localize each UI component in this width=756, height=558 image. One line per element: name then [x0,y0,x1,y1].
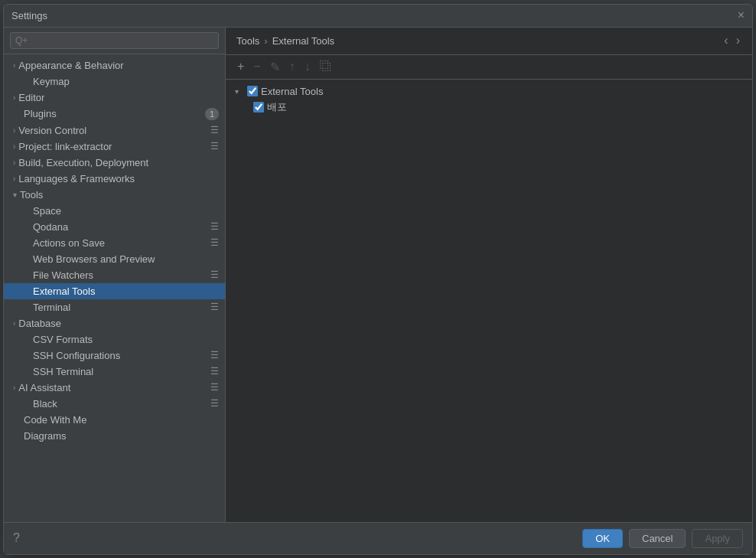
chevron-icon: › [13,142,15,151]
close-button[interactable]: × [738,9,745,21]
sidebar-item-web-browsers[interactable]: Web Browsers and Preview [4,251,225,267]
sidebar-item-label-editor: Editor [18,92,219,103]
ok-button[interactable]: OK [582,529,623,548]
sidebar-item-version-control[interactable]: ›Version Control☰ [4,122,225,139]
chevron-icon: › [13,319,15,328]
breadcrumb-forward-button[interactable]: › [735,34,741,47]
apply-button[interactable]: Apply [692,529,743,548]
sidebar-item-project[interactable]: ›Project: link-extractor☰ [4,139,225,155]
settings-icon: ☰ [210,350,219,361]
tree-child-checkbox[interactable] [253,102,264,113]
copy-button[interactable]: ⿻ [316,58,336,75]
nav-tree: ›Appearance & BehaviorKeymap›EditorPlugi… [4,54,225,522]
tree-child-label: 배포 [267,100,287,114]
sidebar-item-ssh-configurations[interactable]: SSH Configurations☰ [4,348,225,364]
toolbar: + − ✎ ↑ ↓ ⿻ [226,55,752,80]
chevron-icon: › [13,175,15,183]
sidebar-item-code-with-me[interactable]: Code With Me [4,412,225,428]
nav-badge: 1 [205,108,219,120]
sidebar-item-keymap[interactable]: Keymap [4,73,225,90]
help-button[interactable]: ? [13,531,20,545]
sidebar-item-label-build: Build, Execution, Deployment [18,157,219,168]
breadcrumb-separator: › [264,35,267,47]
breadcrumb-root: Tools [236,35,259,47]
sidebar-item-space[interactable]: Space [4,203,225,219]
sidebar-item-languages[interactable]: ›Languages & Frameworks [4,171,225,187]
settings-icon: ☰ [210,125,219,135]
tree-chevron-icon: ▾ [235,87,244,96]
sidebar-item-csv-formats[interactable]: CSV Formats [4,331,225,348]
settings-icon: ☰ [210,366,219,377]
sidebar-item-ai-assistant[interactable]: ›AI Assistant☰ [4,380,225,396]
sidebar-item-external-tools[interactable]: External Tools [4,283,225,299]
sidebar-item-label-file-watchers: File Watchers [33,269,210,281]
breadcrumb-nav: ‹ › [722,34,741,47]
footer-buttons: OK Cancel Apply [582,529,743,548]
tree-root-label: External Tools [261,86,323,97]
sidebar-item-file-watchers[interactable]: File Watchers☰ [4,267,225,283]
settings-icon: ☰ [210,237,219,248]
settings-dialog: Settings × ›Appearance & BehaviorKeymap›… [3,4,753,555]
chevron-icon: › [13,158,15,167]
settings-icon: ☰ [210,141,219,152]
sidebar-item-label-database: Database [18,318,219,329]
sidebar-item-label-external-tools: External Tools [33,286,219,297]
settings-icon: ☰ [210,269,219,280]
sidebar-item-label-diagrams: Diagrams [24,430,219,442]
add-button[interactable]: + [233,58,248,75]
remove-button[interactable]: − [249,58,264,75]
sidebar-item-qodana[interactable]: Qodana☰ [4,219,225,235]
sidebar-item-ssh-terminal[interactable]: SSH Terminal☰ [4,364,225,380]
chevron-icon: › [13,126,15,135]
tree-root-checkbox[interactable] [247,86,258,96]
tree-area: ▾ External Tools 배포 [226,80,752,522]
breadcrumb: Tools › External Tools ‹ › [226,28,752,55]
sidebar-item-label-black: Black [33,398,210,410]
sidebar-item-label-terminal: Terminal [33,302,210,313]
sidebar-item-label-web-browsers: Web Browsers and Preview [33,253,219,265]
sidebar-item-tools[interactable]: ▾Tools [4,187,225,203]
sidebar-item-label-qodana: Qodana [33,221,210,233]
sidebar-item-label-ssh-terminal: SSH Terminal [33,366,210,377]
sidebar-item-editor[interactable]: ›Editor [4,90,225,106]
sidebar-item-terminal[interactable]: Terminal☰ [4,299,225,315]
search-input[interactable] [10,32,219,49]
chevron-icon: ▾ [13,191,17,199]
sidebar-item-label-keymap: Keymap [33,76,219,87]
sidebar-item-database[interactable]: ›Database [4,315,225,331]
breadcrumb-back-button[interactable]: ‹ [722,34,729,47]
sidebar-item-plugins[interactable]: Plugins1 [4,106,225,122]
tree-root-row[interactable]: ▾ External Tools [232,84,746,99]
sidebar-item-build[interactable]: ›Build, Execution, Deployment [4,155,225,171]
sidebar-item-label-tools: Tools [20,189,219,201]
title-bar: Settings × [4,5,752,28]
sidebar-item-black[interactable]: Black☰ [4,396,225,412]
sidebar-item-actions-on-save[interactable]: Actions on Save☰ [4,235,225,251]
sidebar-item-label-ai-assistant: AI Assistant [18,382,210,393]
tree-child-row[interactable]: 배포 [232,99,746,116]
main-content: Tools › External Tools ‹ › + − ✎ ↑ ↓ ⿻ [226,28,752,522]
breadcrumb-current: External Tools [272,35,334,47]
sidebar-item-label-code-with-me: Code With Me [24,414,219,426]
sidebar-item-diagrams[interactable]: Diagrams [4,428,225,444]
sidebar-item-appearance[interactable]: ›Appearance & Behavior [4,57,225,73]
chevron-icon: › [13,93,15,102]
edit-button[interactable]: ✎ [266,58,284,76]
sidebar: ›Appearance & BehaviorKeymap›EditorPlugi… [4,28,226,522]
sidebar-item-label-appearance: Appearance & Behavior [18,60,219,71]
dialog-footer: ? OK Cancel Apply [4,522,752,554]
dialog-title: Settings [11,10,47,21]
sidebar-item-label-version-control: Version Control [18,125,210,136]
sidebar-item-label-project: Project: link-extractor [18,141,210,152]
chevron-icon: › [13,61,15,70]
sidebar-item-label-ssh-configurations: SSH Configurations [33,350,210,361]
chevron-icon: › [13,383,15,392]
sidebar-item-label-space: Space [33,205,219,217]
search-box [4,28,225,54]
move-down-button[interactable]: ↓ [301,58,314,75]
settings-icon: ☰ [210,221,219,232]
cancel-button[interactable]: Cancel [629,529,686,548]
move-up-button[interactable]: ↑ [285,58,299,75]
dialog-body: ›Appearance & BehaviorKeymap›EditorPlugi… [4,28,752,522]
settings-icon: ☰ [210,398,219,409]
